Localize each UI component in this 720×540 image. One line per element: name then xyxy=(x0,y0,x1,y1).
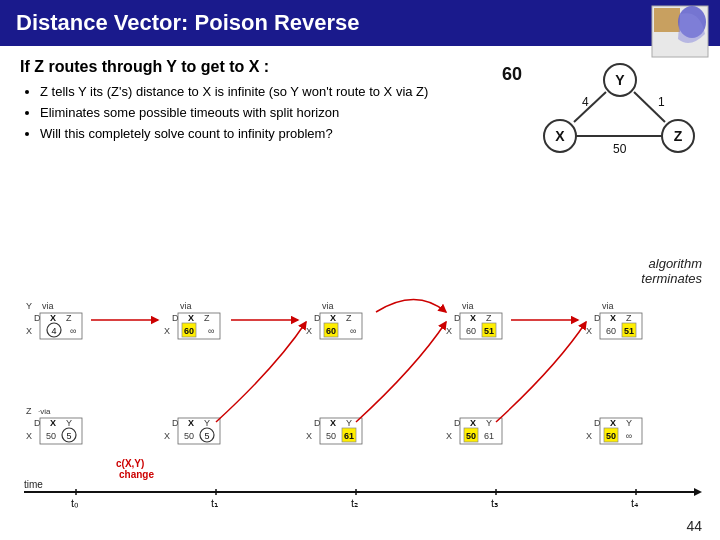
svg-text:60: 60 xyxy=(502,64,522,84)
svg-text:X: X xyxy=(586,326,592,336)
svg-text:X: X xyxy=(164,431,170,441)
svg-text:Y: Y xyxy=(346,418,352,428)
svg-text:X: X xyxy=(164,326,170,336)
svg-text:5: 5 xyxy=(66,431,71,441)
svg-text:Z: Z xyxy=(486,313,492,323)
svg-text:t₄: t₄ xyxy=(631,497,639,509)
svg-text:Y: Y xyxy=(66,418,72,428)
svg-text:X: X xyxy=(446,431,452,441)
svg-text:X: X xyxy=(188,313,194,323)
svg-text:∞: ∞ xyxy=(626,431,632,441)
svg-text:via: via xyxy=(602,301,614,311)
network-diagram: 60 Y X Z 1 4 50 xyxy=(500,58,700,168)
svg-text:4: 4 xyxy=(582,95,589,109)
page-number: 44 xyxy=(686,518,702,534)
svg-text:Y: Y xyxy=(204,418,210,428)
svg-text:Z: Z xyxy=(66,313,72,323)
svg-text:X: X xyxy=(188,418,194,428)
svg-marker-107 xyxy=(694,488,702,496)
svg-text:51: 51 xyxy=(484,326,494,336)
svg-text:Z: Z xyxy=(674,128,683,144)
svg-text:Y: Y xyxy=(626,418,632,428)
svg-text:∞: ∞ xyxy=(70,326,76,336)
svg-text:X: X xyxy=(330,313,336,323)
svg-text:50: 50 xyxy=(613,142,627,156)
svg-text:Y: Y xyxy=(615,72,625,88)
svg-text:1: 1 xyxy=(658,95,665,109)
svg-text:t₁: t₁ xyxy=(211,497,218,509)
svg-line-12 xyxy=(574,92,606,122)
if-z-section: If Z routes through Y to get to X : Z te… xyxy=(20,58,700,168)
svg-text:4: 4 xyxy=(51,326,56,336)
main-content: If Z routes through Y to get to X : Z te… xyxy=(0,46,720,168)
svg-text:X: X xyxy=(26,326,32,336)
svg-text:50: 50 xyxy=(46,431,56,441)
svg-text:50: 50 xyxy=(184,431,194,441)
svg-text:X: X xyxy=(50,418,56,428)
svg-text:X: X xyxy=(586,431,592,441)
svg-text:5: 5 xyxy=(204,431,209,441)
svg-text:51: 51 xyxy=(624,326,634,336)
svg-rect-1 xyxy=(654,8,680,32)
svg-text:change: change xyxy=(119,469,154,480)
svg-text:X: X xyxy=(470,418,476,428)
bullet-3: Will this completely solve count to infi… xyxy=(40,124,490,145)
svg-text:c(X,Y): c(X,Y) xyxy=(116,458,144,469)
svg-text:50: 50 xyxy=(466,431,476,441)
svg-text:t₃: t₃ xyxy=(491,497,498,509)
slide-header: Distance Vector: Poison Reverse xyxy=(0,0,720,46)
svg-text:X: X xyxy=(330,418,336,428)
svg-text:via: via xyxy=(180,301,192,311)
svg-text:50: 50 xyxy=(606,431,616,441)
svg-text:Z: Z xyxy=(26,406,32,416)
svg-text:∞: ∞ xyxy=(208,326,214,336)
svg-text:via: via xyxy=(42,301,54,311)
svg-text:·via: ·via xyxy=(38,407,51,416)
svg-text:t₂: t₂ xyxy=(351,497,358,509)
algo-terminates: algorithm terminates xyxy=(641,256,702,286)
svg-text:Y: Y xyxy=(486,418,492,428)
svg-text:time: time xyxy=(24,479,43,490)
svg-text:Z: Z xyxy=(346,313,352,323)
svg-text:via: via xyxy=(322,301,334,311)
svg-text:X: X xyxy=(610,418,616,428)
svg-text:60: 60 xyxy=(606,326,616,336)
svg-text:61: 61 xyxy=(484,431,494,441)
svg-text:Z: Z xyxy=(204,313,210,323)
if-z-text: If Z routes through Y to get to X : Z te… xyxy=(20,58,490,144)
svg-text:X: X xyxy=(50,313,56,323)
bullet-list: Z tells Y its (Z's) distance to X is inf… xyxy=(20,82,490,144)
svg-text:Y: Y xyxy=(26,301,32,311)
svg-text:60: 60 xyxy=(184,326,194,336)
svg-text:50: 50 xyxy=(326,431,336,441)
svg-text:Z: Z xyxy=(626,313,632,323)
svg-text:60: 60 xyxy=(326,326,336,336)
svg-text:X: X xyxy=(26,431,32,441)
bullet-1: Z tells Y its (Z's) distance to X is inf… xyxy=(40,82,490,103)
svg-text:X: X xyxy=(610,313,616,323)
if-z-heading: If Z routes through Y to get to X : xyxy=(20,58,490,76)
svg-text:X: X xyxy=(306,326,312,336)
svg-text:60: 60 xyxy=(466,326,476,336)
slide-title: Distance Vector: Poison Reverse xyxy=(16,10,360,36)
svg-text:X: X xyxy=(470,313,476,323)
svg-text:X: X xyxy=(446,326,452,336)
bullet-2: Eliminates some possible timeouts with s… xyxy=(40,103,490,124)
svg-text:t₀: t₀ xyxy=(71,497,79,509)
table-diagram: Y via D X Z X 4 ∞ via D X Z X 60 ∞ xyxy=(16,292,702,512)
svg-text:∞: ∞ xyxy=(350,326,356,336)
svg-text:X: X xyxy=(555,128,565,144)
svg-text:61: 61 xyxy=(344,431,354,441)
svg-text:via: via xyxy=(462,301,474,311)
svg-text:X: X xyxy=(306,431,312,441)
